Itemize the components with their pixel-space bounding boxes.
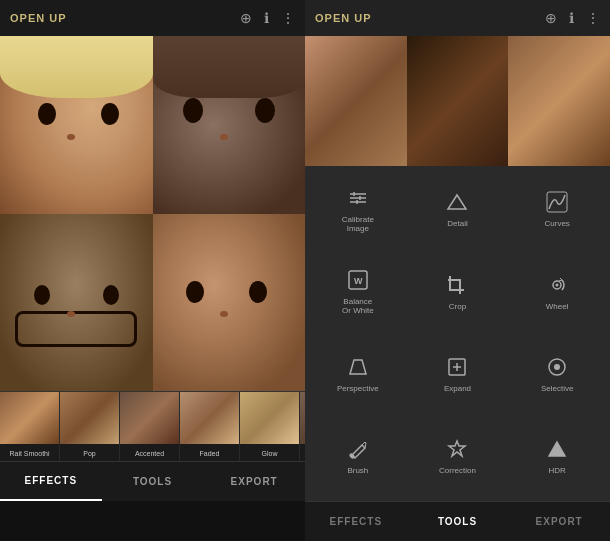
calibrate-icon [347,187,369,212]
tab-effects-right[interactable]: EFFECTS [305,502,407,541]
thumb-item-1[interactable]: Pop [60,392,120,461]
layers-icon-right[interactable]: ⊕ [545,10,557,26]
bottom-tabs-right: EFFECTS TOOLS EXPORT [305,501,610,541]
calibrate-label: CalibrateImage [342,215,374,234]
tool-selective[interactable]: Selective [508,335,606,415]
thumb-label-4: Glow [240,444,299,461]
eye-left-br [186,281,204,303]
right-preview [305,36,610,166]
preview-seg-3 [508,36,610,166]
thumb-label-1: Pop [60,444,119,461]
correction-icon [446,438,468,463]
thumb-item-3[interactable]: Faded [180,392,240,461]
thumb-img-3 [180,392,239,444]
nose-br [220,311,228,317]
glasses-bl [15,311,137,347]
tool-brush[interactable]: Brush [309,417,407,497]
hair-tr [153,36,306,98]
expand-icon [446,356,468,381]
tools-grid: CalibrateImage Detail Curves [305,166,610,501]
svg-point-14 [554,364,560,370]
more-icon-right[interactable]: ⋮ [586,10,600,26]
thumb-item-4[interactable]: Glow [240,392,300,461]
eye-left-bl [34,285,50,305]
funko-face-br [153,214,306,392]
eye-left-tl [38,103,56,125]
tab-export-left[interactable]: EXPORT [203,462,305,501]
balance-icon: W [347,269,369,294]
preview-img-row [305,36,610,166]
tab-tools-right[interactable]: TOOLS [407,502,509,541]
thumb-img-1 [60,392,119,444]
tab-tools-left[interactable]: TOOLS [102,462,204,501]
more-icon-left[interactable]: ⋮ [281,10,295,26]
tool-perspective[interactable]: Perspective [309,335,407,415]
tool-crop[interactable]: Crop [409,252,507,332]
funko-face-bl [0,214,153,392]
funko-grid [0,36,305,391]
left-header: OPEN UP ⊕ ℹ ⋮ [0,0,305,36]
tool-wheel[interactable]: Wheel [508,252,606,332]
svg-text:W: W [354,276,363,286]
thumb-item-0[interactable]: Rait Smoothi [0,392,60,461]
thumbnail-strip: Rait Smoothi Pop Accented Faded Glow M [0,391,305,461]
expand-label: Expand [444,384,471,394]
balance-label: BalanceOr White [342,297,374,316]
bottom-tabs-left: Effects TOOLS EXPORT [0,461,305,501]
tool-hdr[interactable]: HDR [508,417,606,497]
right-header: OPEN UP ⊕ ℹ ⋮ [305,0,610,36]
crop-label: Crop [449,302,466,312]
info-icon-left[interactable]: ℹ [264,10,269,26]
svg-point-11 [556,283,559,286]
preview-seg-2 [407,36,509,166]
hdr-icon [546,438,568,463]
svg-marker-6 [448,195,466,209]
layers-icon-left[interactable]: ⊕ [240,10,252,26]
app-title-left: OPEN UP [10,12,67,24]
wheel-label: Wheel [546,302,569,312]
app-title-right: OPEN UP [315,12,372,24]
thumb-label-2: Accented [120,444,179,461]
nose-tl [67,134,75,140]
tool-balance[interactable]: W BalanceOr White [309,252,407,332]
right-header-icons: ⊕ ℹ ⋮ [545,10,600,26]
eye-right-br [249,281,267,303]
nose-tr [220,134,228,140]
perspective-label: Perspective [337,384,379,394]
detail-icon [446,191,468,216]
svg-marker-16 [549,442,565,456]
tool-calibrate[interactable]: CalibrateImage [309,170,407,250]
tab-effects-left[interactable]: Effects [0,462,102,501]
hdr-label: HDR [548,466,565,476]
eye-right-tl [101,103,119,125]
tool-correction[interactable]: Correction [409,417,507,497]
funko-face-tl [0,36,153,214]
selective-label: Selective [541,384,573,394]
curves-icon [546,191,568,216]
eye-right-bl [103,285,119,305]
thumb-item-2[interactable]: Accented [120,392,180,461]
thumb-img-4 [240,392,299,444]
left-panel: OPEN UP ⊕ ℹ ⋮ [0,0,305,541]
tool-curves[interactable]: Curves [508,170,606,250]
eye-left-tr [183,98,203,123]
preview-seg-1 [305,36,407,166]
tab-export-right[interactable]: EXPORT [508,502,610,541]
tool-detail[interactable]: Detail [409,170,507,250]
hair-tl [0,36,153,98]
tool-expand[interactable]: Expand [409,335,507,415]
thumb-img-2 [120,392,179,444]
info-icon-right[interactable]: ℹ [569,10,574,26]
thumb-label-3: Faded [180,444,239,461]
perspective-icon [347,356,369,381]
funko-bl [0,214,153,392]
thumb-item-5[interactable]: M [300,392,305,461]
thumb-img-5 [300,392,305,444]
crop-icon [446,274,468,299]
curves-label: Curves [544,219,569,229]
thumb-label-0: Rait Smoothi [0,444,59,461]
thumb-img-0 [0,392,59,444]
wheel-icon [546,274,568,299]
funko-tr [153,36,306,214]
eye-right-tr [255,98,275,123]
